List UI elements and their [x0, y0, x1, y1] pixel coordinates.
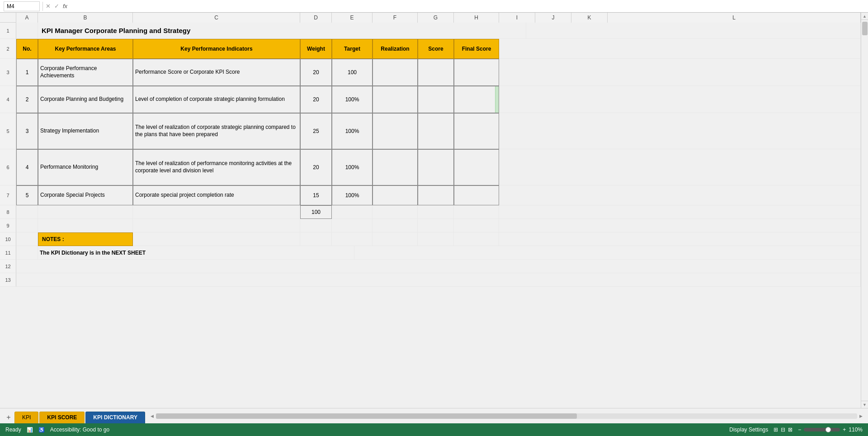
cell-b8[interactable]: [38, 205, 133, 219]
cell-empty-row3[interactable]: [499, 59, 861, 86]
cell-h8[interactable]: [454, 205, 499, 219]
cell-d8-total[interactable]: 100: [300, 205, 332, 219]
cell-e10[interactable]: [332, 232, 373, 246]
cell-g3[interactable]: [418, 59, 454, 86]
cell-e5[interactable]: 100%: [332, 113, 373, 149]
zoom-in-icon[interactable]: +: [843, 427, 846, 433]
horizontal-scrollbar[interactable]: ◀ ▶: [149, 413, 864, 419]
cell-h9[interactable]: [454, 219, 499, 232]
col-header-i[interactable]: I: [499, 13, 535, 23]
cell-a11[interactable]: [16, 246, 38, 260]
col-header-e[interactable]: E: [332, 13, 373, 23]
cell-e3[interactable]: 100: [332, 59, 373, 86]
cell-e9[interactable]: [332, 219, 373, 232]
cell-g6[interactable]: [418, 149, 454, 185]
cell-title[interactable]: KPI Manager Corporate Planning and Strat…: [38, 23, 526, 39]
cell-f8[interactable]: [373, 205, 418, 219]
cell-empty-row2-i[interactable]: [499, 39, 861, 59]
zoom-out-icon[interactable]: −: [798, 427, 801, 433]
cell-g9[interactable]: [418, 219, 454, 232]
cell-d6[interactable]: 20: [300, 149, 332, 185]
cell-d9[interactable]: [300, 219, 332, 232]
cell-f6[interactable]: [373, 149, 418, 185]
col-header-d[interactable]: D: [300, 13, 332, 23]
page-layout-icon[interactable]: ⊟: [781, 427, 785, 433]
tab-kpi[interactable]: KPI: [14, 412, 38, 423]
cell-b9[interactable]: [38, 219, 133, 232]
normal-view-icon[interactable]: ⊞: [774, 427, 778, 433]
cell-empty-row9[interactable]: [499, 219, 861, 232]
cell-c6[interactable]: The level of realization of performance …: [133, 149, 300, 185]
tab-kpi-dictionary[interactable]: KPI DICTIONARY: [85, 412, 145, 423]
cell-f7[interactable]: [373, 185, 418, 205]
spreadsheet-grid[interactable]: 1 KPI Manager Corporate Planning and Str…: [0, 23, 861, 408]
cell-c4[interactable]: Level of completion of corporate strateg…: [133, 86, 300, 113]
cell-b11-notes-text[interactable]: The KPI Dictionary is in the NEXT SHEET: [38, 246, 354, 260]
cell-empty-row5[interactable]: [499, 113, 861, 149]
cell-e7[interactable]: 100%: [332, 185, 373, 205]
cell-header-kpi[interactable]: Key Performance Indicators: [133, 39, 300, 59]
col-header-b[interactable]: B: [38, 13, 133, 23]
cell-a4[interactable]: 2: [16, 86, 38, 113]
cell-header-no[interactable]: No.: [16, 39, 38, 59]
cell-d5[interactable]: 25: [300, 113, 332, 149]
cell-a5[interactable]: 3: [16, 113, 38, 149]
cell-f5[interactable]: [373, 113, 418, 149]
page-break-icon[interactable]: ⊠: [788, 427, 793, 433]
col-header-g[interactable]: G: [418, 13, 454, 23]
cell-a6[interactable]: 4: [16, 149, 38, 185]
cell-ref-box[interactable]: M4: [4, 1, 40, 11]
cell-e4[interactable]: 100%: [332, 86, 373, 113]
cell-b5[interactable]: Strategy Implementation: [38, 113, 133, 149]
formula-input[interactable]: [70, 1, 864, 11]
cell-b3[interactable]: Corporate Performance Achievements: [38, 59, 133, 86]
cell-header-kpa[interactable]: Key Performance Areas: [38, 39, 133, 59]
cell-d3[interactable]: 20: [300, 59, 332, 86]
col-header-k[interactable]: K: [571, 13, 608, 23]
col-header-h[interactable]: H: [454, 13, 499, 23]
col-header-a[interactable]: A: [16, 13, 38, 23]
cell-a1[interactable]: [16, 23, 38, 39]
cell-header-score[interactable]: Score: [418, 39, 454, 59]
cell-c7[interactable]: Corporate special project completion rat…: [133, 185, 300, 205]
cell-f10[interactable]: [373, 232, 418, 246]
cell-empty-row4[interactable]: [499, 86, 861, 113]
cell-header-target[interactable]: Target: [332, 39, 373, 59]
cell-empty-row6[interactable]: [499, 149, 861, 185]
col-header-c[interactable]: C: [133, 13, 300, 23]
col-header-l[interactable]: L: [608, 13, 861, 23]
col-header-f[interactable]: F: [373, 13, 418, 23]
cell-f3[interactable]: [373, 59, 418, 86]
display-settings[interactable]: Display Settings: [729, 427, 768, 433]
cell-header-weight[interactable]: Weight: [300, 39, 332, 59]
cell-empty-1[interactable]: [526, 23, 861, 39]
cell-d4[interactable]: 20: [300, 86, 332, 113]
cell-e6[interactable]: 100%: [332, 149, 373, 185]
cell-g4[interactable]: [418, 86, 454, 113]
cell-e8[interactable]: [332, 205, 373, 219]
add-sheet-button[interactable]: +: [4, 412, 14, 422]
right-scrollbar[interactable]: ▲ ▼: [861, 13, 868, 408]
cell-h7[interactable]: [454, 185, 499, 205]
cell-a7[interactable]: 5: [16, 185, 38, 205]
cell-b6[interactable]: Performance Monitoring: [38, 149, 133, 185]
cell-a10[interactable]: [16, 232, 38, 246]
cell-f4[interactable]: [373, 86, 418, 113]
cell-empty-row11[interactable]: [354, 246, 861, 260]
cell-h4[interactable]: [454, 86, 499, 113]
cell-a9[interactable]: [16, 219, 38, 232]
scroll-thumb[interactable]: [862, 22, 868, 35]
cell-g7[interactable]: [418, 185, 454, 205]
cell-g5[interactable]: [418, 113, 454, 149]
cell-empty-row7[interactable]: [499, 185, 861, 205]
cell-b4[interactable]: Corporate Planning and Budgeting: [38, 86, 133, 113]
cell-empty-row10[interactable]: [499, 232, 861, 246]
cell-b10-notes[interactable]: NOTES :: [38, 232, 133, 246]
cell-c8[interactable]: [133, 205, 300, 219]
cell-c9[interactable]: [133, 219, 300, 232]
cell-header-final-score[interactable]: Final Score: [454, 39, 499, 59]
col-header-j[interactable]: J: [535, 13, 571, 23]
cell-h10[interactable]: [454, 232, 499, 246]
cell-g10[interactable]: [418, 232, 454, 246]
cell-g8[interactable]: [418, 205, 454, 219]
